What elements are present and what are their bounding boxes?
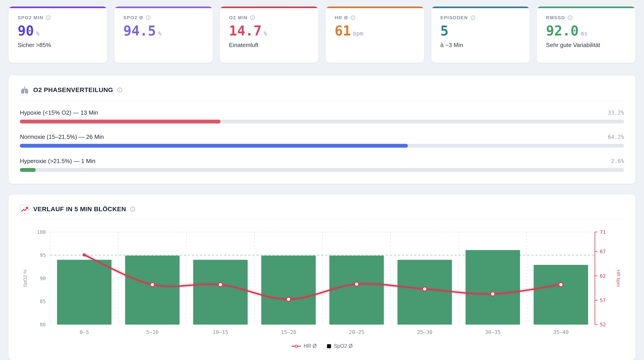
stat-label: HR Ø [335, 15, 348, 20]
accent-bar [220, 7, 318, 8]
svg-text:25–30: 25–30 [417, 329, 432, 335]
stat-card-spo2-min: SPO2 MIN 90 % Sicher >85% [8, 6, 107, 63]
svg-text:90: 90 [40, 276, 46, 281]
stat-unit: % [264, 30, 267, 37]
stat-value: 92.0 [546, 24, 579, 38]
svg-text:SpO2 %: SpO2 % [22, 269, 28, 287]
stat-subtitle: Sehr gute Variabilität [546, 42, 626, 49]
phase-percent: 2.6% [611, 158, 624, 164]
accent-bar [8, 7, 107, 8]
stat-subtitle: Einatemluft [229, 42, 309, 49]
legend-label: HR Ø [304, 343, 317, 349]
accent-bar [431, 7, 530, 8]
stat-card-episoden: EPISODEN 5 à ~3 Min [431, 6, 530, 63]
svg-text:0–5: 0–5 [80, 329, 89, 335]
svg-text:35–40: 35–40 [553, 329, 569, 335]
svg-text:95: 95 [40, 252, 46, 258]
stat-unit: bpm [353, 30, 363, 37]
chart-increasing-icon [20, 204, 30, 214]
stat-card-hr-avg: HR Ø 61 bpm [326, 6, 424, 63]
phase-percent: 64.2% [608, 134, 624, 140]
phase-percent: 33.2% [608, 110, 624, 116]
info-icon[interactable] [130, 206, 135, 212]
phase-bar-track [20, 120, 624, 124]
section-title: O2 PHASENVERTEILUNG [33, 86, 113, 94]
stat-card-spo2-avg: SPO2 Ø 94.5 % [114, 6, 213, 63]
stat-subtitle: à ~3 Min [440, 42, 521, 49]
dashboard-page: SPO2 MIN 90 % Sicher >85% SPO2 Ø 94.5 [0, 0, 644, 360]
accent-bar [326, 7, 424, 8]
phase-bar-fill [20, 120, 220, 124]
section-title: VERLAUF IN 5 MIN BLÖCKEN [33, 206, 126, 213]
info-icon[interactable] [250, 15, 255, 20]
phase-bar-fill [20, 144, 408, 148]
phase-bar-track [20, 168, 624, 172]
stat-card-o2-min: O2 MIN 14.7 % Einatemluft [220, 6, 318, 63]
stat-label: O2 MIN [229, 15, 248, 20]
svg-text:10–15: 10–15 [213, 329, 228, 335]
phase-label: Hypoxie (<15% O2) — 13 Min [20, 109, 98, 116]
info-icon[interactable] [146, 15, 151, 20]
svg-text:HR bpm: HR bpm [616, 269, 621, 287]
svg-text:30–35: 30–35 [485, 329, 500, 335]
phase-row-normoxie: Normoxie (15–21.5%) — 26 Min 64.2% [20, 133, 624, 148]
phase-bar-track [20, 144, 624, 148]
info-icon[interactable] [470, 15, 476, 20]
spo2-square-marker [327, 344, 331, 348]
svg-text:62: 62 [600, 273, 606, 279]
chart-legend: HR Ø SpO2 Ø [20, 343, 624, 349]
stat-value: 14.7 [229, 24, 262, 38]
hr-line-marker [292, 346, 301, 347]
stat-label: EPISODEN [440, 15, 468, 20]
stat-value: 61 [335, 24, 351, 38]
phase-row-hypoxie: Hypoxie (<15% O2) — 13 Min 33.2% [20, 109, 624, 124]
stat-label: SPO2 Ø [124, 15, 143, 20]
stat-label: SPO2 MIN [18, 15, 44, 20]
stat-unit: % [158, 30, 161, 37]
svg-text:80: 80 [40, 322, 46, 327]
legend-item-hr: HR Ø [292, 343, 317, 349]
stat-subtitle: Sicher >85% [18, 42, 98, 49]
info-icon[interactable] [117, 87, 122, 93]
stat-card-rmssd: RMSSD 92.0 ms Sehr gute Variabilität [537, 6, 636, 63]
info-icon[interactable] [568, 15, 572, 20]
svg-text:52: 52 [600, 322, 606, 327]
accent-bar [114, 7, 213, 8]
trend-chart-section: VERLAUF IN 5 MIN BLÖCKEN 100959085807167… [8, 194, 636, 360]
lungs-icon [20, 85, 30, 95]
stat-value: 94.5 [124, 24, 156, 38]
svg-text:20–25: 20–25 [349, 329, 364, 335]
info-icon[interactable] [350, 15, 356, 20]
svg-text:100: 100 [37, 229, 46, 235]
o2-phase-section: O2 PHASENVERTEILUNG Hypoxie (<15% O2) — … [8, 75, 636, 184]
svg-text:85: 85 [40, 299, 46, 304]
svg-text:71: 71 [600, 229, 606, 235]
stat-unit: ms [581, 30, 588, 37]
stats-row: SPO2 MIN 90 % Sicher >85% SPO2 Ø 94.5 [8, 6, 636, 63]
stat-value: 90 [18, 24, 34, 38]
stat-value: 5 [440, 24, 448, 38]
phase-bar-fill [20, 168, 36, 172]
spo2-hr-combo-chart: 1009590858071676257520–55–1010–1515–2020… [20, 228, 624, 341]
stat-unit: % [36, 30, 39, 37]
phase-label: Normoxie (15–21.5%) — 26 Min [20, 133, 104, 140]
info-icon[interactable] [46, 15, 51, 20]
legend-label: SpO2 Ø [334, 343, 352, 349]
svg-text:67: 67 [600, 249, 606, 254]
legend-item-spo2: SpO2 Ø [327, 343, 352, 349]
svg-text:15–20: 15–20 [281, 329, 296, 335]
stat-label: RMSSD [546, 15, 565, 20]
accent-bar [537, 7, 636, 8]
phase-row-hyperoxie: Hyperoxie (>21.5%) — 1 Min 2.6% [20, 158, 624, 172]
phase-label: Hyperoxie (>21.5%) — 1 Min [20, 158, 96, 165]
svg-text:5–10: 5–10 [146, 329, 159, 335]
svg-text:57: 57 [600, 298, 606, 303]
